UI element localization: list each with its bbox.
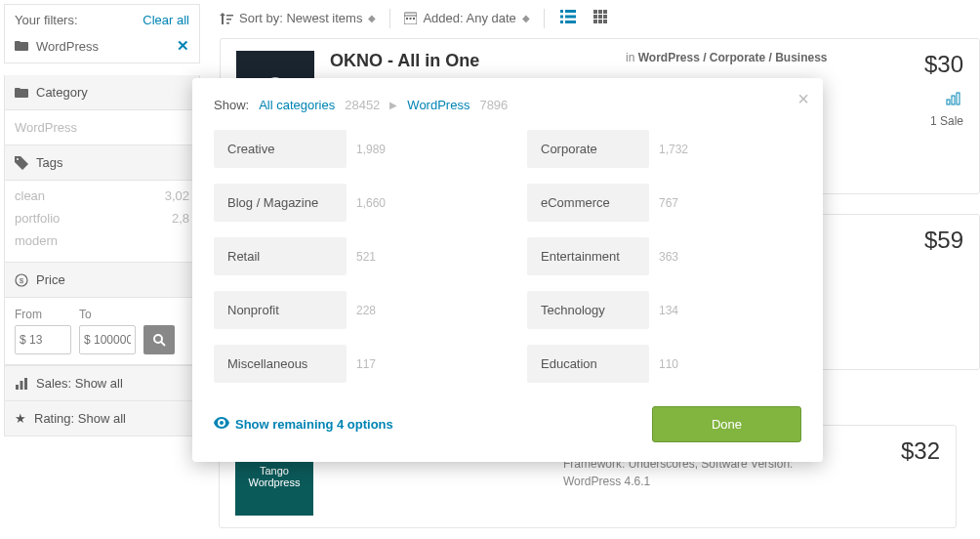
tags-header[interactable]: Tags <box>5 145 199 181</box>
sales-chart-icon <box>846 90 963 110</box>
svg-rect-5 <box>20 381 23 390</box>
svg-rect-19 <box>598 10 602 14</box>
svg-rect-15 <box>565 16 576 19</box>
svg-rect-30 <box>957 93 960 104</box>
svg-rect-26 <box>603 20 607 23</box>
sales-filter[interactable]: Sales: Show all <box>5 365 199 400</box>
svg-line-3 <box>161 342 165 346</box>
calendar-icon <box>404 12 417 24</box>
sort-arrows: ◆ <box>368 13 376 23</box>
show-label: Show: <box>214 98 249 112</box>
tag-icon <box>15 156 28 170</box>
toolbar-divider <box>544 9 545 28</box>
toolbar: Sort by: Newest items ◆ Added: Any date … <box>220 4 980 38</box>
show-remaining-link[interactable]: Show remaining 4 options <box>214 417 393 432</box>
svg-rect-21 <box>593 15 597 19</box>
category-value: WordPress <box>5 110 199 145</box>
date-dropdown[interactable]: Added: Any date ◆ <box>404 11 529 25</box>
folder-icon <box>15 87 28 99</box>
svg-rect-13 <box>565 10 576 13</box>
cat-entertainment[interactable]: Entertainment <box>527 237 649 275</box>
sort-icon <box>220 13 233 24</box>
filters-panel: Your filters: Clear all WordPress ✕ <box>4 4 200 63</box>
svg-rect-12 <box>560 10 563 13</box>
bc-all-categories[interactable]: All categories <box>259 98 335 112</box>
svg-rect-23 <box>603 15 607 19</box>
cat-technology[interactable]: Technology <box>527 291 649 329</box>
category-header[interactable]: Category <box>5 75 199 110</box>
chevron-right-icon: ▶ <box>389 100 397 110</box>
from-label: From <box>15 308 71 321</box>
eye-icon <box>214 417 229 432</box>
item-price: $32 <box>823 437 940 465</box>
rating-filter[interactable]: ★ Rating: Show all <box>5 400 199 435</box>
svg-text:$: $ <box>20 276 24 285</box>
svg-rect-28 <box>947 100 950 104</box>
svg-rect-4 <box>16 385 19 390</box>
active-filter-label: WordPress <box>36 39 99 54</box>
svg-rect-9 <box>406 18 408 20</box>
to-label: To <box>79 308 136 321</box>
chart-icon <box>15 378 28 390</box>
price-label: Price <box>36 272 65 287</box>
price-from-input[interactable] <box>15 325 71 354</box>
item-price: $59 <box>846 227 963 254</box>
cat-retail[interactable]: Retail <box>214 237 347 275</box>
cat-corporate[interactable]: Corporate <box>527 130 649 168</box>
item-title[interactable]: OKNO - All in One <box>330 51 610 71</box>
dollar-icon: $ <box>15 273 28 287</box>
category-label: Category <box>36 85 88 100</box>
svg-rect-14 <box>560 16 563 19</box>
grid-view-button[interactable] <box>592 8 609 28</box>
svg-point-2 <box>154 335 162 343</box>
filters-title: Your filters: <box>15 13 78 27</box>
sort-dropdown[interactable]: Sort by: Newest items ◆ <box>220 11 376 25</box>
sort-arrows: ◆ <box>522 13 530 23</box>
price-to-input[interactable] <box>79 325 136 354</box>
star-icon: ★ <box>15 411 26 426</box>
done-button[interactable]: Done <box>652 406 801 442</box>
tag-row[interactable]: clean3,02 <box>15 185 189 207</box>
bc-wordpress[interactable]: WordPress <box>407 98 470 112</box>
item-sales: 1 Sale <box>846 114 963 128</box>
svg-rect-18 <box>593 10 597 14</box>
svg-rect-22 <box>598 15 602 19</box>
svg-rect-20 <box>603 10 607 14</box>
cat-nonprofit[interactable]: Nonprofit <box>214 291 347 329</box>
svg-rect-6 <box>24 378 27 390</box>
price-search-button[interactable] <box>143 325 175 354</box>
price-header[interactable]: $ Price <box>5 263 199 298</box>
svg-rect-24 <box>593 20 597 23</box>
cat-ecommerce[interactable]: eCommerce <box>527 184 649 222</box>
tags-label: Tags <box>36 155 62 170</box>
clear-all-link[interactable]: Clear all <box>143 13 189 27</box>
cat-misc[interactable]: Miscellaneous <box>214 345 347 383</box>
folder-icon <box>15 40 28 52</box>
tag-row[interactable]: portfolio2,8 <box>15 207 189 229</box>
close-icon[interactable]: × <box>797 88 809 110</box>
svg-rect-29 <box>952 96 955 104</box>
item-breadcrumb: in WordPress / Corporate / Business <box>626 51 831 64</box>
svg-rect-11 <box>413 18 415 20</box>
tag-row[interactable]: modern <box>15 229 189 252</box>
cat-blog[interactable]: Blog / Magazine <box>214 184 347 222</box>
item-price: $30 <box>846 51 963 78</box>
category-dialog: × Show: All categories 28452 ▶ WordPress… <box>192 78 823 462</box>
svg-rect-16 <box>560 21 563 23</box>
svg-rect-17 <box>565 21 576 23</box>
svg-rect-25 <box>598 20 602 23</box>
list-view-button[interactable] <box>558 8 578 28</box>
svg-rect-10 <box>410 18 412 20</box>
cat-creative[interactable]: Creative <box>214 130 347 168</box>
toolbar-divider <box>389 9 390 28</box>
cat-education[interactable]: Education <box>527 345 649 383</box>
remove-filter[interactable]: ✕ <box>177 37 189 55</box>
